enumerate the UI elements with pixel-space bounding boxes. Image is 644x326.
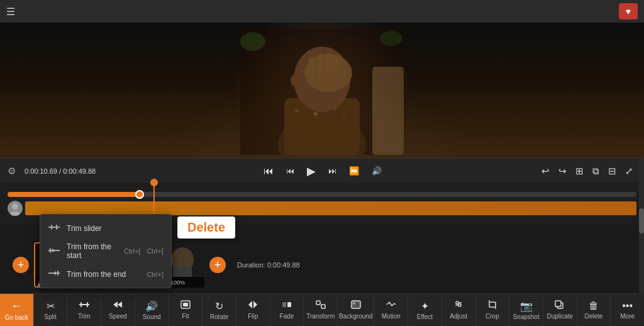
fullscreen-button[interactable]: ⤢ (622, 164, 636, 178)
trim-label: Trim (78, 313, 91, 320)
split-icon: ✂ (47, 300, 55, 312)
feedback-button[interactable]: ♥ (619, 3, 638, 20)
time-display: 0:00:10.69 / 0:00:49.88 (25, 167, 106, 175)
rotate-button[interactable]: ↻ Rotate (203, 294, 236, 326)
svg-rect-28 (57, 271, 58, 276)
clip-bar-container (25, 201, 636, 215)
sound-icon: 🔊 (145, 300, 158, 312)
skip-start-button[interactable]: ⏮ (260, 164, 277, 178)
svg-point-16 (240, 32, 265, 51)
effect-button[interactable]: ✦ Effect (408, 294, 442, 326)
transform-button[interactable]: Transform (304, 294, 338, 326)
more-icon: ••• (622, 300, 633, 312)
crop-label: Crop (486, 313, 499, 320)
svg-line-58 (387, 302, 389, 305)
right-scrollbar[interactable] (639, 158, 644, 293)
svg-rect-47 (183, 303, 188, 306)
total-duration-label: Duration: 0:00:49.88 (237, 261, 300, 269)
video-preview (0, 23, 644, 158)
svg-marker-29 (52, 271, 56, 275)
avatar (8, 201, 23, 216)
adjust-button[interactable]: Adjust (442, 294, 476, 326)
ctx-trim-slider[interactable]: Trim slider (40, 218, 171, 238)
redo-button[interactable]: ↪ (555, 164, 570, 178)
timeline-thumb[interactable] (135, 190, 144, 199)
ctx-trim-slider-label: Trim slider (67, 224, 164, 233)
svg-rect-10 (308, 57, 314, 79)
snapshot-button[interactable]: 📷 Snapshot (509, 294, 543, 326)
delete-tooltip: Delete (177, 216, 235, 239)
duplicate-label: Duplicate (547, 313, 573, 320)
fit-button[interactable]: Fit (169, 294, 203, 326)
trim-end-icon (48, 269, 60, 279)
svg-marker-26 (52, 249, 56, 252)
settings-icon[interactable]: ⚙ (8, 166, 16, 177)
scrollbar-thumb[interactable] (639, 208, 644, 233)
svg-rect-25 (50, 248, 51, 253)
grid-view-button[interactable]: ⊞ (572, 164, 587, 178)
layout-button[interactable]: ⊟ (605, 164, 619, 178)
go-back-button[interactable]: ← Go back (0, 294, 34, 326)
flip-button[interactable]: Flip (236, 294, 270, 326)
background-button[interactable]: Background (338, 294, 374, 326)
snapshot-label: Snapshot (513, 313, 539, 320)
transform-label: Transform (306, 313, 335, 320)
go-back-label: Go back (5, 314, 28, 321)
crop-button[interactable]: Crop (476, 294, 510, 326)
svg-rect-52 (316, 301, 320, 305)
split-label: Split (44, 313, 56, 320)
ctx-trim-start[interactable]: Trim from the start Ctrl+[ Ctrl+[ (40, 238, 171, 264)
trim-icon (79, 300, 90, 312)
add-clip-before-button[interactable]: + (13, 257, 29, 273)
rotate-icon: ↻ (215, 300, 223, 312)
svg-point-3 (295, 109, 299, 113)
svg-point-7 (342, 115, 346, 119)
context-menu: Trim slider Trim from the start Ctrl+[ C… (40, 214, 172, 288)
fade-button[interactable]: Fade (270, 294, 304, 326)
svg-marker-49 (253, 301, 257, 308)
svg-rect-55 (352, 301, 360, 308)
copy-button[interactable]: ⧉ (589, 164, 602, 178)
fade-label: Fade (280, 313, 294, 320)
svg-line-59 (389, 302, 392, 306)
ctx-trim-start-shortcut: Ctrl+[ (124, 247, 141, 255)
speed-button[interactable]: Speed (101, 294, 135, 326)
step-back-button[interactable]: ⏮ (282, 165, 298, 177)
undo-button[interactable]: ↩ (538, 164, 553, 178)
ctx-trim-start-key: Ctrl+[ (147, 247, 164, 255)
more-button[interactable]: ••• More (611, 294, 644, 326)
ctx-trim-end[interactable]: Trim from the end Ctrl+] (40, 264, 171, 284)
duplicate-button[interactable]: Duplicate (543, 294, 577, 326)
ctx-trim-start-label: Trim from the start (67, 242, 118, 260)
timeline-track[interactable] (8, 192, 636, 197)
trim-button[interactable]: Trim (67, 294, 101, 326)
controls-bar: ⚙ 0:00:10.69 / 0:00:49.88 ⏮ ⏮ ▶ ⏭ ⏩ 🔊 ↩ … (0, 158, 644, 183)
svg-rect-22 (51, 225, 52, 230)
split-button[interactable]: ✂ Split (34, 294, 68, 326)
effect-icon: ✦ (421, 300, 429, 312)
svg-rect-12 (326, 53, 332, 76)
effect-label: Effect (417, 313, 433, 320)
svg-point-57 (353, 302, 355, 305)
delete-button[interactable]: 🗑 Delete (577, 294, 611, 326)
play-button[interactable]: ▶ (303, 163, 319, 179)
step-forward-button[interactable]: ⏭ (325, 165, 340, 177)
svg-point-5 (314, 112, 318, 116)
flip-label: Flip (248, 313, 258, 320)
svg-rect-15 (372, 67, 404, 155)
add-clip-after-button[interactable]: + (209, 257, 226, 273)
playhead-marker (153, 183, 155, 217)
volume-button[interactable]: 🔊 (368, 165, 386, 177)
sound-button[interactable]: 🔊 Sound (135, 294, 169, 326)
svg-rect-13 (335, 55, 341, 76)
motion-button[interactable]: Motion (374, 294, 408, 326)
fit-icon (180, 300, 191, 312)
playhead-diamond (150, 179, 158, 186)
skip-end-button[interactable]: ⏩ (345, 165, 363, 177)
hamburger-icon[interactable]: ☰ (6, 6, 15, 18)
snapshot-icon: 📷 (520, 300, 533, 312)
bottom-toolbar: ← Go back ✂ Split Trim Speed 🔊 Sound Fit… (0, 293, 644, 326)
svg-point-19 (12, 203, 18, 210)
right-controls: ↩ ↪ ⊞ ⧉ ⊟ ⤢ (538, 164, 636, 178)
adjust-icon (453, 300, 464, 312)
